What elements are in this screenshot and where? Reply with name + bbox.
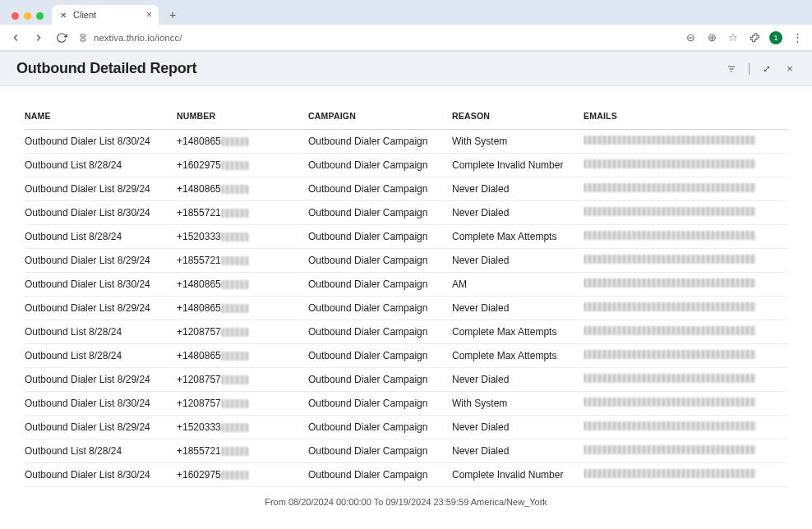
zoom-out-icon[interactable]: ⊖ xyxy=(684,31,697,44)
email-redacted-icon xyxy=(584,469,756,478)
cell-campaign: Outbound Dialer Campaign xyxy=(308,392,452,416)
bookmark-icon[interactable]: ☆ xyxy=(727,31,740,44)
table-row[interactable]: Outbound Dialer List 8/30/24+1208757Outb… xyxy=(25,392,787,416)
table-row[interactable]: Outbound Dialer List 8/30/24+1480865Outb… xyxy=(25,130,787,154)
profile-avatar[interactable]: 1 xyxy=(769,31,782,44)
cell-name: Outbound Dialer List 8/29/24 xyxy=(25,368,177,392)
expand-icon[interactable] xyxy=(761,63,773,75)
table-row[interactable]: Outbound Dialer List 8/29/24+1480865Outb… xyxy=(25,177,787,201)
table-row[interactable]: Outbound List 8/28/24+1855721Outbound Di… xyxy=(25,439,787,463)
tab-close-icon[interactable]: × xyxy=(146,9,152,21)
table-row[interactable]: Outbound Dialer List 8/29/24+1520333Outb… xyxy=(25,416,787,439)
cell-campaign: Outbound Dialer Campaign xyxy=(308,225,452,249)
number-redacted-icon xyxy=(221,256,249,265)
window-close-icon[interactable] xyxy=(12,12,19,20)
email-redacted-icon xyxy=(584,278,756,288)
zoom-in-icon[interactable]: ⊕ xyxy=(705,31,718,44)
address-bar-row: nextiva.thrio.io/ioncc/ ⊖ ⊕ ☆ 1 ⋮ xyxy=(0,25,812,51)
number-redacted-icon xyxy=(221,399,249,408)
cell-email xyxy=(584,130,787,154)
cell-email xyxy=(584,249,787,273)
cell-email xyxy=(584,416,787,439)
number-redacted-icon xyxy=(221,352,249,361)
close-panel-icon[interactable]: × xyxy=(784,63,796,75)
number-visible-part: +1520333 xyxy=(177,231,221,242)
cell-email xyxy=(584,225,787,249)
cell-campaign: Outbound Dialer Campaign xyxy=(308,249,452,273)
number-redacted-icon xyxy=(221,471,249,480)
cell-campaign: Outbound Dialer Campaign xyxy=(308,368,452,392)
page-header: Outbound Detailed Report × xyxy=(0,52,812,86)
cell-campaign: Outbound Dialer Campaign xyxy=(308,177,452,201)
email-redacted-icon xyxy=(584,302,756,311)
nav-reload-button[interactable] xyxy=(54,30,69,45)
cell-name: Outbound Dialer List 8/30/24 xyxy=(25,201,177,225)
col-header-campaign[interactable]: CAMPAIGN xyxy=(308,103,452,130)
cell-email xyxy=(584,392,787,416)
number-visible-part: +1855721 xyxy=(177,255,221,266)
url-text: nextiva.thrio.io/ioncc/ xyxy=(94,33,182,43)
table-row[interactable]: Outbound List 8/28/24+1520333Outbound Di… xyxy=(25,225,787,249)
email-redacted-icon xyxy=(584,136,756,145)
extensions-icon[interactable] xyxy=(748,31,761,44)
cell-email xyxy=(584,201,787,225)
cell-name: Outbound Dialer List 8/30/24 xyxy=(25,392,177,416)
cell-number: +1520333 xyxy=(177,225,308,249)
window-minimize-icon[interactable] xyxy=(24,12,31,20)
email-redacted-icon xyxy=(584,421,756,430)
cell-number: +1855721 xyxy=(177,249,308,273)
browser-menu-icon[interactable]: ⋮ xyxy=(791,31,804,44)
table-row[interactable]: Outbound List 8/28/24+1208757Outbound Di… xyxy=(25,320,787,344)
cell-name: Outbound List 8/28/24 xyxy=(25,439,177,463)
table-row[interactable]: Outbound List 8/28/24+1480865Outbound Di… xyxy=(25,344,787,368)
cell-email xyxy=(584,320,787,344)
table-row[interactable]: Outbound Dialer List 8/30/24+1480865Outb… xyxy=(25,273,787,297)
email-redacted-icon xyxy=(584,398,756,407)
table-row[interactable]: Outbound Dialer List 8/30/24+1602975Outb… xyxy=(25,463,787,487)
browser-tab[interactable]: ✕ Client × xyxy=(52,5,159,25)
cell-number: +1208757 xyxy=(177,320,308,344)
window-controls xyxy=(8,12,47,25)
number-redacted-icon xyxy=(221,161,249,170)
table-row[interactable]: Outbound Dialer List 8/30/24+1855721Outb… xyxy=(25,201,787,225)
cell-email xyxy=(584,439,787,463)
number-redacted-icon xyxy=(221,328,249,337)
number-visible-part: +1602975 xyxy=(177,159,221,171)
number-redacted-icon xyxy=(221,375,249,384)
col-header-number[interactable]: NUMBER xyxy=(177,103,308,130)
filter-icon[interactable] xyxy=(726,63,737,75)
window-maximize-icon[interactable] xyxy=(36,12,44,20)
report-table: NAME NUMBER CAMPAIGN REASON EMAILS Outbo… xyxy=(25,103,787,487)
email-redacted-icon xyxy=(584,255,756,264)
table-row[interactable]: Outbound Dialer List 8/29/24+1855721Outb… xyxy=(25,249,787,273)
cell-reason: With System xyxy=(452,130,584,154)
table-row[interactable]: Outbound Dialer List 8/29/24+1480865Outb… xyxy=(25,297,787,320)
nav-back-button[interactable] xyxy=(8,30,23,45)
site-info-icon[interactable] xyxy=(77,32,89,44)
col-header-name[interactable]: NAME xyxy=(25,103,177,130)
separator xyxy=(749,63,750,75)
email-redacted-icon xyxy=(584,350,756,359)
number-visible-part: +1480865 xyxy=(177,350,221,361)
cell-reason: Never Dialed xyxy=(452,439,584,463)
nav-forward-button[interactable] xyxy=(31,30,46,45)
cell-name: Outbound List 8/28/24 xyxy=(25,154,177,177)
number-redacted-icon xyxy=(221,185,249,194)
cell-number: +1480865 xyxy=(177,273,308,297)
cell-name: Outbound Dialer List 8/30/24 xyxy=(25,463,177,487)
number-visible-part: +1480865 xyxy=(177,302,221,314)
col-header-reason[interactable]: REASON xyxy=(452,103,584,130)
table-row[interactable]: Outbound Dialer List 8/29/24+1208757Outb… xyxy=(25,368,787,392)
number-redacted-icon xyxy=(221,423,249,432)
cell-campaign: Outbound Dialer Campaign xyxy=(308,201,452,225)
col-header-emails[interactable]: EMAILS xyxy=(584,103,787,130)
address-bar[interactable]: nextiva.thrio.io/ioncc/ xyxy=(77,32,182,44)
new-tab-button[interactable]: + xyxy=(164,6,182,24)
cell-campaign: Outbound Dialer Campaign xyxy=(308,273,452,297)
number-visible-part: +1480865 xyxy=(177,278,221,290)
number-redacted-icon xyxy=(221,209,249,218)
table-row[interactable]: Outbound List 8/28/24+1602975Outbound Di… xyxy=(25,154,787,177)
cell-name: Outbound List 8/28/24 xyxy=(25,344,177,368)
email-redacted-icon xyxy=(584,207,756,216)
number-visible-part: +1602975 xyxy=(177,469,221,481)
